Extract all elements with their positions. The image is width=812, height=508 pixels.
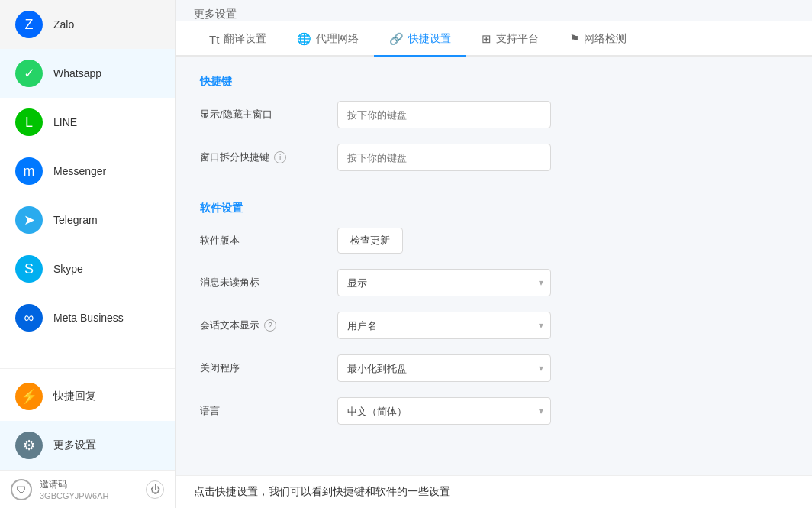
tab-support[interactable]: ⊞支持平台	[466, 21, 554, 57]
tab-network[interactable]: ⚑网络检测	[554, 21, 642, 57]
form-row-chat-display: 会话文本显示 ? 用户名 备注名 ▾	[200, 312, 788, 339]
software-section-title: 软件设置	[200, 202, 788, 215]
label-chat-display: 会话文本显示 ?	[200, 319, 337, 332]
sidebar-label-skype: Skype	[53, 263, 83, 275]
whatsapp-icon: ✓	[15, 60, 43, 87]
settings-content: 快捷键 显示/隐藏主窗口 窗口拆分快捷键 i 软件设置 软件版本 检查更新	[176, 57, 812, 475]
page-title: 更多设置	[194, 8, 237, 20]
invite-icon: 🛡	[11, 479, 32, 500]
label-close-action: 关闭程序	[200, 361, 337, 375]
invite-text-group: 邀请码 3GBCGYJPW6AH	[40, 478, 146, 500]
language-select[interactable]: 中文（简体） English 繁體中文	[337, 397, 551, 425]
tab-icon-translate: Tt	[209, 33, 219, 46]
close-action-select[interactable]: 最小化到托盘 直接退出	[337, 354, 551, 382]
form-row-close-action: 关闭程序 最小化到托盘 直接退出 ▾	[200, 354, 788, 382]
chat-display-info-icon[interactable]: ?	[264, 319, 276, 332]
form-row-badge: 消息未读角标 显示 隐藏 ▾	[200, 269, 788, 296]
sidebar-item-settings[interactable]: ⚙更多设置	[0, 421, 175, 470]
sidebar-item-quickreply[interactable]: ⚡快捷回复	[0, 372, 175, 421]
tab-shortcuts[interactable]: 🔗快捷设置	[374, 21, 466, 57]
form-row-language: 语言 中文（简体） English 繁體中文 ▾	[200, 397, 788, 425]
sidebar-item-zalo[interactable]: ZZalo	[0, 0, 175, 49]
label-split-window: 窗口拆分快捷键 i	[200, 150, 337, 164]
sidebar-label-zalo: Zalo	[53, 18, 74, 31]
input-split-window[interactable]	[337, 144, 551, 171]
sidebar-item-messenger[interactable]: mMessenger	[0, 147, 175, 196]
chat-display-select[interactable]: 用户名 备注名	[337, 312, 551, 339]
quickreply-icon: ⚡	[15, 383, 43, 410]
close-action-select-wrapper: 最小化到托盘 直接退出 ▾	[337, 354, 551, 382]
sidebar-label-whatsapp: Whatsapp	[53, 67, 102, 79]
label-version: 软件版本	[200, 234, 337, 248]
form-row-show-hide: 显示/隐藏主窗口	[200, 101, 788, 128]
chat-display-select-wrapper: 用户名 备注名 ▾	[337, 312, 551, 339]
sidebar-label-messenger: Messenger	[53, 165, 106, 177]
page-header: 更多设置	[176, 0, 812, 21]
sidebar-item-skype[interactable]: SSkype	[0, 244, 175, 293]
invite-bar: 🛡 邀请码 3GBCGYJPW6AH ⏻	[0, 470, 175, 508]
sidebar-item-whatsapp[interactable]: ✓Whatsapp	[0, 49, 175, 98]
tabs-bar: Tt翻译设置🌐代理网络🔗快捷设置⊞支持平台⚑网络检测	[176, 21, 812, 57]
meta-icon: ∞	[15, 304, 43, 332]
bottom-caption: 点击快捷设置，我们可以看到快捷键和软件的一些设置	[176, 475, 812, 508]
sidebar-label-meta: Meta Business	[53, 312, 124, 324]
tab-label-translate: 翻译设置	[224, 32, 266, 46]
badge-select[interactable]: 显示 隐藏	[337, 269, 551, 296]
tab-proxy[interactable]: 🌐代理网络	[282, 21, 374, 57]
form-row-version: 软件版本 检查更新	[200, 228, 788, 254]
sidebar-item-meta[interactable]: ∞Meta Business	[0, 293, 175, 342]
tab-icon-support: ⊞	[482, 32, 491, 46]
bottom-caption-text: 点击快捷设置，我们可以看到快捷键和软件的一些设置	[194, 485, 450, 499]
label-show-hide: 显示/隐藏主窗口	[200, 108, 337, 121]
input-show-hide[interactable]	[337, 101, 551, 128]
sidebar-label-settings: 更多设置	[53, 438, 96, 452]
sidebar-label-quickreply: 快捷回复	[53, 390, 96, 403]
language-select-wrapper: 中文（简体） English 繁體中文 ▾	[337, 397, 551, 425]
sidebar: ZZalo✓WhatsappLLINEmMessenger➤TelegramSS…	[0, 0, 176, 508]
sidebar-item-telegram[interactable]: ➤Telegram	[0, 196, 175, 244]
skype-icon: S	[15, 255, 43, 283]
sidebar-label-telegram: Telegram	[53, 214, 98, 226]
tab-label-support: 支持平台	[496, 32, 539, 46]
tab-icon-network: ⚑	[569, 32, 579, 46]
telegram-icon: ➤	[15, 206, 43, 234]
messenger-icon: m	[15, 157, 43, 185]
tab-translate[interactable]: Tt翻译设置	[194, 21, 282, 57]
settings-icon: ⚙	[15, 432, 43, 459]
shortcuts-section-title: 快捷键	[200, 75, 788, 89]
badge-select-wrapper: 显示 隐藏 ▾	[337, 269, 551, 296]
line-icon: L	[15, 108, 43, 136]
label-badge: 消息未读角标	[200, 276, 337, 290]
check-update-button[interactable]: 检查更新	[337, 228, 403, 254]
split-window-info-icon[interactable]: i	[274, 151, 286, 163]
sidebar-label-line: LINE	[53, 116, 77, 128]
invite-power-button[interactable]: ⏻	[146, 480, 164, 499]
tab-icon-shortcuts: 🔗	[389, 32, 404, 46]
invite-code: 3GBCGYJPW6AH	[40, 491, 146, 500]
tab-label-network: 网络检测	[584, 32, 627, 46]
label-language: 语言	[200, 404, 337, 418]
form-row-split-window: 窗口拆分快捷键 i	[200, 144, 788, 171]
invite-title: 邀请码	[40, 478, 146, 491]
tab-label-proxy: 代理网络	[316, 32, 359, 46]
sidebar-item-line[interactable]: LLINE	[0, 98, 175, 147]
zalo-icon: Z	[15, 11, 43, 38]
tab-icon-proxy: 🌐	[297, 32, 311, 46]
main-content: 更多设置 Tt翻译设置🌐代理网络🔗快捷设置⊞支持平台⚑网络检测 快捷键 显示/隐…	[176, 0, 812, 508]
tab-label-shortcuts: 快捷设置	[408, 32, 451, 46]
